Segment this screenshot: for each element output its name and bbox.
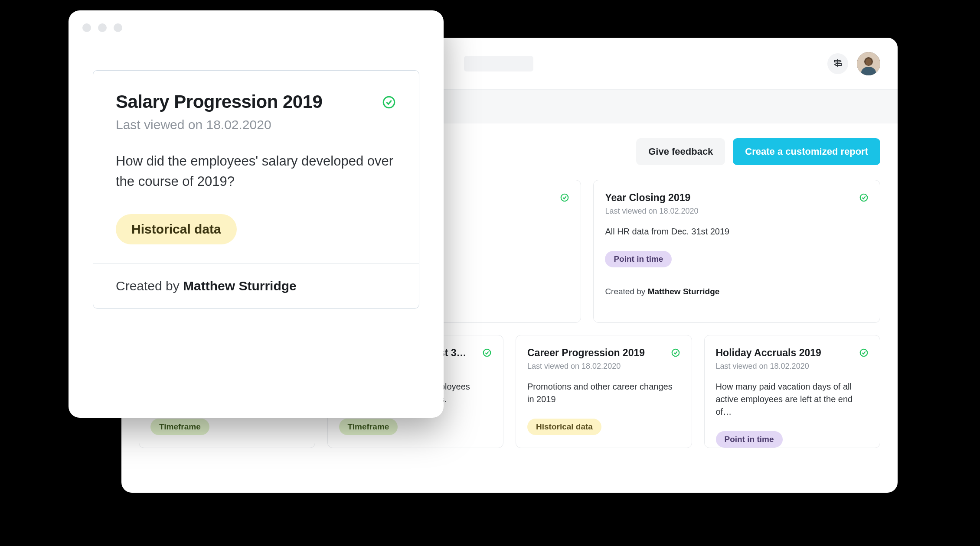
avatar[interactable] (857, 52, 880, 75)
tag-timeframe: Timeframe (339, 419, 398, 435)
tag-historical: Historical data (116, 214, 237, 244)
card-description: Promotions and other career changes in 2… (527, 380, 680, 406)
card-subtitle: Last viewed on 18.02.2020 (527, 362, 645, 371)
check-icon (482, 348, 492, 358)
window-close-icon[interactable] (82, 23, 91, 32)
card-title: Career Progression 2019 (527, 347, 645, 359)
report-card[interactable]: Holiday Accruals 2019 Last viewed on 18.… (704, 335, 881, 448)
report-card[interactable]: Year Closing 2019 Last viewed on 18.02.2… (593, 180, 880, 323)
popup-title: Salary Progression 2019 (116, 91, 322, 112)
window-maximize-icon[interactable] (114, 23, 122, 32)
window-minimize-icon[interactable] (98, 23, 107, 32)
check-icon (859, 193, 869, 202)
signpost-icon (833, 58, 843, 70)
svg-point-3 (866, 58, 872, 65)
card-footer: Created by Matthew Sturridge (594, 278, 880, 296)
svg-point-18 (383, 97, 395, 108)
give-feedback-button[interactable]: Give feedback (636, 138, 725, 165)
tag-point-in-time: Point in time (716, 431, 783, 448)
report-card[interactable]: Career Progression 2019 Last viewed on 1… (516, 335, 692, 448)
popup-subtitle: Last viewed on 18.02.2020 (116, 117, 322, 132)
card-title: Holiday Accruals 2019 (716, 347, 821, 359)
card-description: All HR data from Dec. 31st 2019 (605, 225, 869, 238)
popup-description: How did the employees' salary developed … (116, 151, 396, 192)
check-icon (382, 95, 396, 110)
tag-historical: Historical data (527, 419, 601, 435)
popup-author: Matthew Sturridge (183, 279, 297, 293)
check-icon (671, 348, 680, 358)
popup-titlebar (69, 10, 444, 45)
card-author: Matthew Sturridge (648, 287, 720, 296)
check-icon (859, 348, 869, 358)
popup-card: Salary Progression 2019 Last viewed on 1… (93, 70, 419, 309)
roadmap-button[interactable] (827, 53, 848, 74)
card-subtitle: Last viewed on 18.02.2020 (605, 207, 698, 216)
header-placeholder (464, 56, 533, 72)
tag-point-in-time: Point in time (605, 251, 672, 267)
check-icon (560, 193, 569, 202)
card-description: How many paid vacation days of all activ… (716, 380, 869, 418)
popup-footer: Created by Matthew Sturridge (93, 263, 419, 308)
tag-timeframe: Timeframe (150, 419, 209, 435)
card-subtitle: Last viewed on 18.02.2020 (716, 362, 821, 371)
card-title: Year Closing 2019 (605, 192, 698, 204)
report-detail-popup: Salary Progression 2019 Last viewed on 1… (69, 10, 444, 418)
create-report-button[interactable]: Create a customized report (733, 138, 880, 165)
